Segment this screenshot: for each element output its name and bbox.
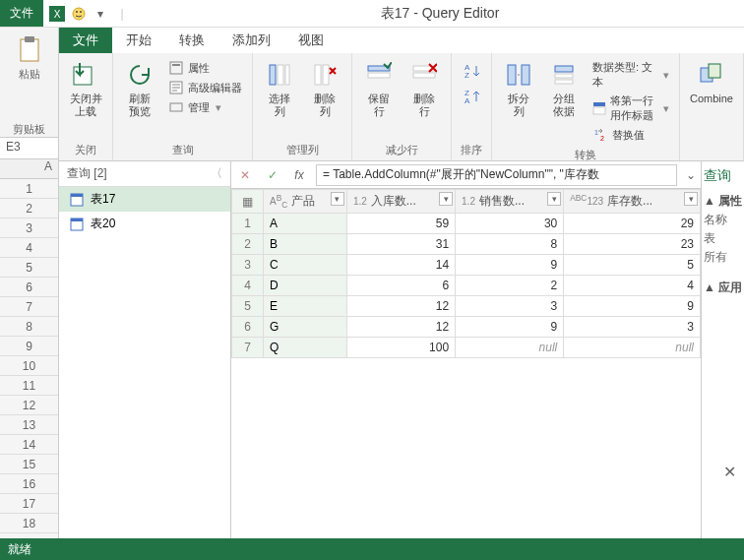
qe-tab-file[interactable]: 文件 <box>59 28 112 53</box>
cell-sale[interactable]: 2 <box>456 276 564 296</box>
row-number[interactable]: 4 <box>232 276 264 296</box>
keep-rows-button[interactable]: 保留 行 <box>358 57 400 120</box>
replace-values-button[interactable]: 12 替换值 <box>589 126 673 144</box>
excel-col-header[interactable]: A <box>0 159 58 179</box>
name-box[interactable]: E3 <box>0 138 58 159</box>
cell-stock[interactable]: 9 <box>564 296 701 317</box>
manage-button[interactable]: 管理▾ <box>164 98 246 116</box>
excel-row-header[interactable]: 15 <box>0 455 58 474</box>
cell-in[interactable]: 31 <box>346 234 455 255</box>
cell-sale[interactable]: 3 <box>456 296 564 317</box>
excel-row-header[interactable]: 16 <box>0 474 58 494</box>
column-dropdown-icon[interactable]: ▾ <box>439 192 453 206</box>
close-settings-icon[interactable]: ✕ <box>723 463 736 481</box>
excel-row-header[interactable]: 2 <box>0 199 58 218</box>
sort-asc-button[interactable]: AZ <box>460 59 483 83</box>
remove-columns-button[interactable]: 删除 列 <box>304 57 345 120</box>
query-item[interactable]: 表20 <box>59 212 230 236</box>
qe-tab-view[interactable]: 视图 <box>284 28 338 53</box>
qe-tab-home[interactable]: 开始 <box>112 28 165 53</box>
advanced-editor-button[interactable]: 高级编辑器 <box>164 79 246 96</box>
sort-desc-button[interactable]: ZA <box>460 85 483 108</box>
excel-row-header[interactable]: 6 <box>0 278 58 297</box>
choose-columns-button[interactable]: 选择 列 <box>259 57 300 120</box>
excel-row-header[interactable]: 11 <box>0 376 58 396</box>
row-number[interactable]: 1 <box>232 214 264 234</box>
formula-dropdown-icon[interactable]: ⌄ <box>681 168 701 182</box>
row-number[interactable]: 5 <box>232 296 264 317</box>
excel-row-header[interactable]: 4 <box>0 238 58 258</box>
column-header[interactable]: 1.2入库数...▾ <box>346 190 455 214</box>
excel-row-header[interactable]: 13 <box>0 415 58 435</box>
cell-stock[interactable]: 29 <box>564 214 701 234</box>
qe-tab-add-column[interactable]: 添加列 <box>218 28 284 53</box>
column-header[interactable]: ABC123库存数...▾ <box>564 190 701 214</box>
table-row[interactable]: 5E1239 <box>232 296 701 317</box>
data-grid[interactable]: ▦ABC产品▾1.2入库数...▾1.2销售数...▾ABC123库存数...▾… <box>231 189 701 538</box>
row-number[interactable]: 6 <box>232 317 264 338</box>
excel-row-header[interactable]: 8 <box>0 317 58 337</box>
excel-row-header[interactable]: 5 <box>0 258 58 278</box>
query-item[interactable]: 表17 <box>59 187 230 212</box>
row-number[interactable]: 2 <box>232 234 264 255</box>
paste-icon[interactable] <box>16 33 43 65</box>
cell-in[interactable]: 12 <box>346 317 455 338</box>
collapse-queries-icon[interactable]: 〈 <box>211 165 222 182</box>
qat-dropdown-icon[interactable]: ▾ <box>93 6 108 22</box>
excel-file-tab[interactable]: 文件 <box>0 0 43 27</box>
cell-sale[interactable]: 9 <box>456 255 564 276</box>
cell-product[interactable]: A <box>264 214 347 234</box>
excel-row-header[interactable]: 10 <box>0 356 58 376</box>
row-number[interactable]: 3 <box>232 255 264 276</box>
cell-product[interactable]: G <box>264 317 347 338</box>
table-row[interactable]: 7Q100nullnull <box>232 338 701 358</box>
excel-row-header[interactable]: 9 <box>0 337 58 356</box>
settings-all-label[interactable]: 所有 <box>704 249 742 266</box>
excel-row-header[interactable]: 3 <box>0 218 58 238</box>
cell-stock[interactable]: 4 <box>564 276 701 296</box>
column-dropdown-icon[interactable]: ▾ <box>331 192 344 206</box>
cancel-formula-icon[interactable]: ✕ <box>231 168 259 182</box>
column-header[interactable]: 1.2销售数...▾ <box>456 190 564 214</box>
cell-in[interactable]: 59 <box>346 214 455 234</box>
table-row[interactable]: 3C1495 <box>232 255 701 276</box>
table-row[interactable]: 2B31823 <box>232 234 701 255</box>
table-row[interactable]: 1A593029 <box>232 214 701 234</box>
combine-button[interactable]: Combine <box>686 57 737 107</box>
fx-icon[interactable]: fx <box>286 168 312 182</box>
refresh-preview-button[interactable]: 刷新 预览 <box>119 57 160 120</box>
remove-rows-button[interactable]: 删除 行 <box>403 57 445 120</box>
cell-stock[interactable]: 23 <box>564 234 701 255</box>
cell-product[interactable]: B <box>264 234 347 255</box>
cell-in[interactable]: 100 <box>346 338 455 358</box>
cell-stock[interactable]: 3 <box>564 317 701 338</box>
excel-row-header[interactable]: 1 <box>0 179 58 199</box>
cell-sale[interactable]: 30 <box>456 214 564 234</box>
cell-in[interactable]: 14 <box>346 255 455 276</box>
row-number[interactable]: 7 <box>232 338 264 358</box>
cell-stock[interactable]: 5 <box>564 255 701 276</box>
cell-sale[interactable]: 8 <box>456 234 564 255</box>
table-row[interactable]: 6G1293 <box>232 317 701 338</box>
settings-name-value[interactable]: 表 <box>704 230 742 247</box>
column-dropdown-icon[interactable]: ▾ <box>684 192 698 206</box>
accept-formula-icon[interactable]: ✓ <box>259 168 286 182</box>
first-row-header-button[interactable]: 将第一行用作标题▾ <box>589 93 673 124</box>
column-dropdown-icon[interactable]: ▾ <box>547 192 561 206</box>
close-and-load-button[interactable]: 关闭并 上载 <box>65 57 106 120</box>
excel-row-header[interactable]: 18 <box>0 514 58 533</box>
data-type-button[interactable]: 数据类型: 文本▾ <box>589 59 673 91</box>
qe-tab-transform[interactable]: 转换 <box>165 28 218 53</box>
cell-in[interactable]: 6 <box>346 276 455 296</box>
properties-button[interactable]: 属性 <box>164 59 246 77</box>
cell-sale[interactable]: 9 <box>456 317 564 338</box>
formula-input[interactable]: = Table.AddColumn(#"展开的"NewColumn"", "库存… <box>316 164 677 186</box>
cell-sale[interactable]: null <box>456 338 564 358</box>
excel-row-header[interactable]: 17 <box>0 494 58 514</box>
group-by-button[interactable]: 分组 依据 <box>543 57 585 120</box>
excel-row-header[interactable]: 14 <box>0 435 58 455</box>
cell-product[interactable]: Q <box>264 338 347 358</box>
split-column-button[interactable]: 拆分 列 <box>498 57 539 120</box>
column-header[interactable]: ABC产品▾ <box>264 190 347 214</box>
cell-product[interactable]: D <box>264 276 347 296</box>
